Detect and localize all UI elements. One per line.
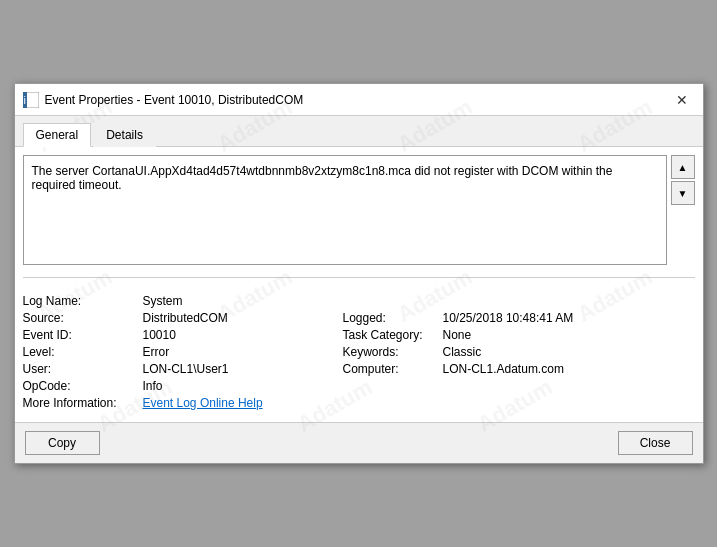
message-box: The server CortanaUI.AppXd4tad4d57t4wtdb… (23, 155, 667, 265)
tab-bar: General Details (15, 116, 703, 147)
event-id-label: Event ID: (23, 328, 143, 342)
title-bar-left: i i Event Properties - Event 10010, Dist… (23, 92, 304, 108)
tab-general[interactable]: General (23, 123, 92, 147)
keywords-value: Classic (443, 345, 695, 359)
logged-value: 10/25/2018 10:48:41 AM (443, 311, 695, 325)
source-value: DistributedCOM (143, 311, 343, 325)
event-properties-dialog: i i Event Properties - Event 10010, Dist… (14, 83, 704, 464)
scroll-up-button[interactable]: ▲ (671, 155, 695, 179)
level-label: Level: (23, 345, 143, 359)
scroll-down-button[interactable]: ▼ (671, 181, 695, 205)
log-name-value: System (143, 294, 343, 308)
source-label: Source: (23, 311, 143, 325)
tab-details[interactable]: Details (93, 123, 156, 147)
divider (23, 277, 695, 278)
keywords-label: Keywords: (343, 345, 443, 359)
logged-label: Logged: (343, 311, 443, 325)
close-button[interactable]: Close (618, 431, 693, 455)
message-text: The server CortanaUI.AppXd4tad4d57t4wtdb… (32, 164, 613, 192)
task-category-label: Task Category: (343, 328, 443, 342)
event-icon: i i (23, 92, 39, 108)
dialog-container: Adatum Adatum Adatum Adatum Adatum Adatu… (14, 83, 704, 464)
dialog-title: Event Properties - Event 10010, Distribu… (45, 93, 304, 107)
event-details-grid: Log Name: System Source: DistributedCOM … (23, 290, 695, 414)
opcode-label: OpCode: (23, 379, 143, 393)
tab-content: The server CortanaUI.AppXd4tad4d57t4wtdb… (15, 147, 703, 422)
title-bar: i i Event Properties - Event 10010, Dist… (15, 84, 703, 116)
level-value: Error (143, 345, 343, 359)
computer-label: Computer: (343, 362, 443, 376)
svg-text:i: i (23, 94, 25, 106)
user-value: LON-CL1\User1 (143, 362, 343, 376)
more-info-label: More Information: (23, 396, 143, 410)
event-log-online-help-link[interactable]: Event Log Online Help (143, 396, 343, 410)
computer-value: LON-CL1.Adatum.com (443, 362, 695, 376)
log-name-label: Log Name: (23, 294, 143, 308)
copy-button[interactable]: Copy (25, 431, 100, 455)
opcode-value: Info (143, 379, 343, 393)
event-id-value: 10010 (143, 328, 343, 342)
dialog-footer: Copy Close (15, 422, 703, 463)
user-label: User: (23, 362, 143, 376)
task-category-value: None (443, 328, 695, 342)
close-title-button[interactable]: ✕ (669, 90, 695, 110)
